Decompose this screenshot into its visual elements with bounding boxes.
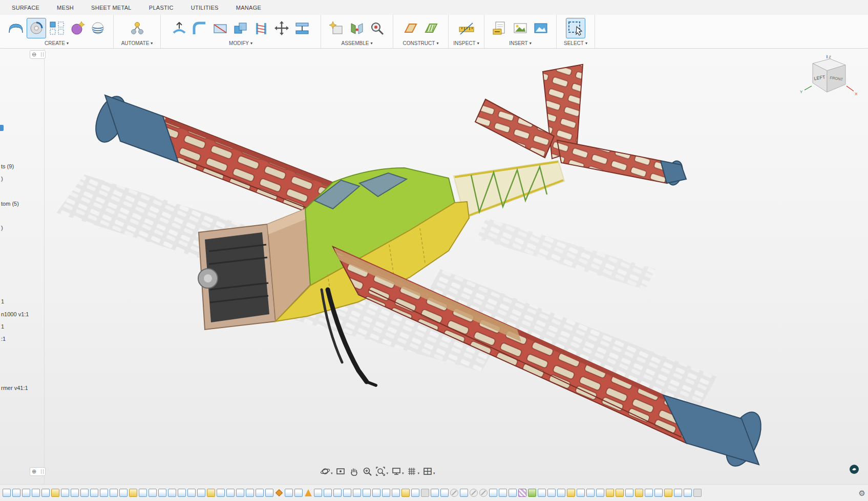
browser-item[interactable]: 1	[1, 298, 4, 304]
browser-item[interactable]: tom (5)	[1, 201, 19, 207]
fillet-tool[interactable]	[190, 18, 209, 38]
timeline-feature-yellow-icon[interactable]	[51, 489, 59, 497]
browser-item[interactable]: 1	[1, 323, 4, 330]
browser-expand-bar[interactable]: ⊕	[30, 467, 46, 476]
trim-tool[interactable]	[210, 18, 230, 38]
press-pull-tool[interactable]	[170, 18, 189, 38]
zoom-button[interactable]	[361, 465, 374, 477]
timeline-feature-blue-icon[interactable]	[382, 489, 390, 497]
timeline-feature-diamond-icon[interactable]	[275, 489, 283, 497]
tail-boom[interactable]	[454, 161, 564, 218]
tab-utilities[interactable]: UTILITIES	[182, 0, 227, 15]
offset-plane-tool[interactable]	[401, 18, 420, 38]
browser-item[interactable]: rmer v41:1	[1, 385, 28, 391]
timeline-feature-blue-icon[interactable]	[71, 489, 79, 497]
select-window-tool[interactable]	[566, 18, 585, 38]
timeline-feature-blue-icon[interactable]	[246, 489, 254, 497]
browser-item[interactable]: )	[1, 225, 3, 231]
timeline-feature-blue-icon[interactable]	[294, 489, 303, 497]
look-at-button[interactable]	[334, 465, 347, 477]
timeline-feature-blue-icon[interactable]	[217, 489, 225, 497]
combine-tool[interactable]	[231, 18, 250, 38]
timeline-feature-blue-icon[interactable]	[654, 489, 663, 497]
timeline-feature-blue-icon[interactable]	[139, 489, 147, 497]
assemble-label[interactable]: ASSEMBLE	[342, 40, 369, 46]
timeline-feature-blue-icon[interactable]	[100, 489, 108, 497]
tab-sheet-metal[interactable]: SHEET METAL	[82, 0, 140, 15]
align-tool[interactable]	[292, 18, 312, 38]
timeline-feature-blue-icon[interactable]	[12, 489, 20, 497]
drag-grip-icon[interactable]	[41, 469, 44, 474]
revolve-surface-tool[interactable]	[27, 18, 46, 38]
timeline-feature-blue-icon[interactable]	[674, 489, 682, 497]
timeline-feature-blue-icon[interactable]	[197, 489, 205, 497]
timeline-feature-blue-icon[interactable]	[22, 489, 30, 497]
timeline-feature-disabled-icon[interactable]	[470, 489, 478, 497]
timeline-feature-disabled-icon[interactable]	[479, 489, 488, 497]
timeline-feature-yellow-icon[interactable]	[664, 489, 672, 497]
measure-tool[interactable]	[457, 18, 476, 38]
timeline-feature-blue-icon[interactable]	[256, 489, 264, 497]
insert-derive-tool[interactable]	[490, 18, 510, 38]
timeline-feature-disabled-icon[interactable]	[450, 489, 458, 497]
expand-icon[interactable]: ⊕	[32, 469, 36, 474]
stitch-tool[interactable]	[251, 18, 271, 38]
timeline-feature-blue-icon[interactable]	[3, 489, 11, 497]
timeline-feature-blue-icon[interactable]	[625, 489, 633, 497]
rectangular-pattern-tool[interactable]	[47, 18, 67, 38]
timeline-feature-blue-icon[interactable]	[110, 489, 118, 497]
timeline-feature-blue-icon[interactable]	[41, 489, 50, 497]
timeline-feature-blue-icon[interactable]	[547, 489, 556, 497]
canvas-tool[interactable]	[531, 18, 551, 38]
chevron-down-icon[interactable]: ▾	[387, 471, 389, 475]
timeline-feature-blue-icon[interactable]	[538, 489, 546, 497]
extrude-surface-tool[interactable]	[6, 18, 26, 38]
timeline-feature-blue-icon[interactable]	[411, 489, 419, 497]
timeline-feature-blue-icon[interactable]	[61, 489, 69, 497]
midplane-tool[interactable]	[421, 18, 441, 38]
3d-viewport[interactable]: ⊖ ts (9) ) tom (5) ) 1 n1000 v1:1 1 :1 r…	[0, 49, 868, 484]
browser-item[interactable]: n1000 v1:1	[1, 311, 29, 317]
form-tool[interactable]	[88, 18, 108, 38]
timeline-feature-blue-icon[interactable]	[119, 489, 128, 497]
construct-label[interactable]: CONSTRUCT	[403, 40, 435, 46]
tab-plastic[interactable]: PLASTIC	[140, 0, 182, 15]
timeline-feature-blue-icon[interactable]	[324, 489, 332, 497]
decal-tool[interactable]	[511, 18, 530, 38]
grid-snaps-button[interactable]	[406, 465, 418, 477]
timeline-settings-gear-icon[interactable]: ⚙	[859, 489, 865, 497]
chevron-down-icon[interactable]: ▾	[433, 471, 435, 475]
fit-button[interactable]	[374, 465, 387, 477]
timeline-feature-blue-icon[interactable]	[187, 489, 196, 497]
create-label[interactable]: CREATE	[45, 40, 65, 46]
timeline-feature-blue-icon[interactable]	[557, 489, 565, 497]
timeline-feature-blue-icon[interactable]	[226, 489, 235, 497]
drag-grip-icon[interactable]	[41, 52, 44, 57]
orbit-button[interactable]	[319, 465, 331, 477]
display-settings-button[interactable]	[390, 465, 403, 477]
timeline-feature-blue-icon[interactable]	[32, 489, 40, 497]
browser-item[interactable]: :1	[1, 336, 6, 342]
timeline-feature-blue-icon[interactable]	[645, 489, 653, 497]
timeline-feature-yellow-icon[interactable]	[129, 489, 137, 497]
timeline-feature-blue-icon[interactable]	[265, 489, 273, 497]
timeline-feature-blue-icon[interactable]	[460, 489, 468, 497]
timeline-feature-blue-icon[interactable]	[343, 489, 351, 497]
timeline-feature-blue-icon[interactable]	[509, 489, 517, 497]
timeline-feature-blue-icon[interactable]	[372, 489, 380, 497]
pan-button[interactable]	[348, 465, 361, 477]
inspect-label[interactable]: INSPECT	[453, 40, 475, 46]
timeline-feature-blue-icon[interactable]	[499, 489, 507, 497]
automate-label[interactable]: AUTOMATE	[121, 40, 150, 46]
chevron-down-icon[interactable]: ▾	[402, 471, 404, 475]
joint-origin-tool[interactable]	[368, 18, 387, 38]
timeline-feature-yellow-icon[interactable]	[207, 489, 215, 497]
sphere-tool[interactable]	[68, 18, 87, 38]
timeline-feature-blue-icon[interactable]	[489, 489, 497, 497]
timeline-feature-blue-icon[interactable]	[684, 489, 692, 497]
timeline-feature-blue-icon[interactable]	[90, 489, 98, 497]
timeline-feature-pattern-icon[interactable]	[518, 489, 526, 497]
timeline-feature-blue-icon[interactable]	[285, 489, 293, 497]
timeline-feature-blue-icon[interactable]	[314, 489, 322, 497]
timeline-feature-gray-icon[interactable]	[421, 489, 429, 497]
